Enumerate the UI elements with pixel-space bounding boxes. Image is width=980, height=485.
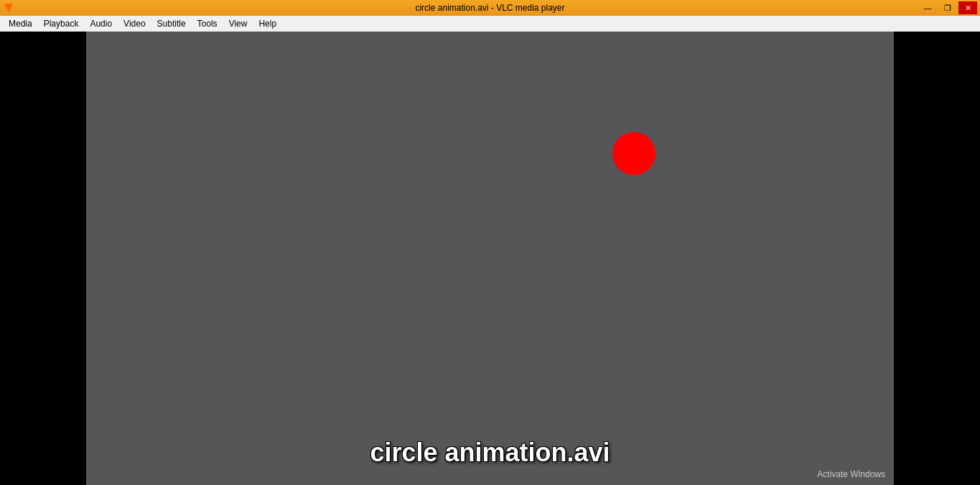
video-title-overlay: circle animation.avi [370,438,610,468]
activate-windows-watermark: Activate Windows [817,469,885,479]
window-controls: — ❐ ✕ [918,1,977,14]
animated-circle [612,132,655,175]
video-area[interactable]: circle animation.avi Activate Windows [86,32,894,485]
menu-tools[interactable]: Tools [192,16,223,32]
menu-audio[interactable]: Audio [84,16,118,32]
vlc-logo-icon [3,2,14,14]
menu-playback[interactable]: Playback [38,16,85,32]
menu-bar: Media Playback Audio Video Subtitle Tool… [0,16,980,32]
menu-media[interactable]: Media [3,16,38,32]
black-bar-right [894,32,980,485]
menu-video[interactable]: Video [118,16,151,32]
restore-button[interactable]: ❐ [938,1,957,14]
black-bar-left [0,32,86,485]
close-button[interactable]: ✕ [958,1,977,14]
menu-view[interactable]: View [223,16,253,32]
window-title: circle animation.avi - VLC media player [415,3,564,13]
menu-subtitle[interactable]: Subtitle [151,16,192,32]
video-container: circle animation.avi Activate Windows [0,32,980,485]
title-bar: circle animation.avi - VLC media player … [0,0,980,16]
title-bar-left [3,2,14,14]
menu-help[interactable]: Help [253,16,282,32]
minimize-button[interactable]: — [918,1,937,14]
